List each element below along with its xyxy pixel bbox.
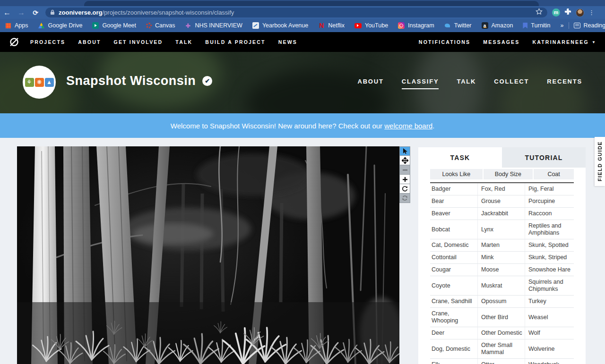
animal-option[interactable]: Fox, Red xyxy=(477,183,525,195)
forward-button[interactable]: → xyxy=(14,8,28,17)
browser-toolbar: ← → ⟳ zooniverse.org/projects/zooniverse… xyxy=(0,6,605,19)
youtube-icon xyxy=(354,23,362,28)
project-avatar[interactable]: ⚘ ❋ ▲ xyxy=(23,66,56,99)
animal-option[interactable]: Deer xyxy=(430,327,477,339)
bookmark-twitter[interactable]: Twitter xyxy=(444,22,472,29)
animal-option[interactable]: Dog, Domestic xyxy=(430,339,477,358)
animal-option[interactable]: Wolf xyxy=(525,327,574,339)
animal-option[interactable]: Opossum xyxy=(477,296,525,307)
animal-option[interactable]: Otter xyxy=(477,359,525,364)
rotate-tool-button[interactable] xyxy=(399,184,410,194)
animal-option[interactable]: Muskrat xyxy=(477,276,525,295)
project-tab-talk[interactable]: TALK xyxy=(457,78,476,89)
animal-option[interactable]: Reptiles and Amphibians xyxy=(525,220,574,239)
animal-option[interactable]: Porcupine xyxy=(525,195,574,207)
extensions-puzzle-icon[interactable] xyxy=(564,8,571,17)
nav-link-news[interactable]: NEWS xyxy=(278,39,297,45)
table-row: CottontailMinkSkunk, Striped xyxy=(430,252,574,264)
animal-option[interactable]: Weasel xyxy=(525,308,574,327)
animal-option[interactable]: Jackrabbit xyxy=(477,208,525,220)
animal-option[interactable]: Other Domestic xyxy=(477,327,525,339)
animal-option[interactable]: Pig, Feral xyxy=(525,183,574,195)
filter-body-size[interactable]: Body Size xyxy=(484,169,533,179)
bookmark-yearbook[interactable]: Yearbook Avenue xyxy=(252,22,308,29)
animal-option[interactable]: Crane, Sandhill xyxy=(430,296,477,307)
bookmark-netflix[interactable]: Netflix xyxy=(318,22,345,29)
nav-link-projects[interactable]: PROJECTS xyxy=(30,39,65,45)
url-bar[interactable]: zooniverse.org/projects/zooniverse/snaps… xyxy=(45,8,547,17)
project-tab-recents[interactable]: RECENTS xyxy=(547,78,582,89)
animal-option[interactable]: Snowshoe Hare xyxy=(525,264,574,276)
animal-option[interactable]: Mink xyxy=(477,252,525,263)
animal-option[interactable]: Skunk, Spotted xyxy=(525,239,574,251)
reset-view-button[interactable] xyxy=(399,194,410,203)
nav-link-talk[interactable]: TALK xyxy=(175,39,192,45)
bookmark-youtube[interactable]: YouTube xyxy=(354,22,388,29)
zooniverse-logo-icon[interactable] xyxy=(9,36,20,48)
bookmark-turnitin[interactable]: Turnitin xyxy=(523,22,550,29)
animal-option[interactable]: Moose xyxy=(477,264,525,276)
welcome-board-link[interactable]: welcome board xyxy=(384,122,432,130)
bookmark-apps[interactable]: Apps xyxy=(5,22,28,29)
reload-button[interactable]: ⟳ xyxy=(28,9,43,17)
profile-avatar[interactable] xyxy=(576,8,584,17)
animal-option[interactable]: Badger xyxy=(430,183,477,195)
bookmark-canvas[interactable]: Canvas xyxy=(146,22,175,29)
annotate-tool-button[interactable] xyxy=(399,146,410,156)
zoom-in-button[interactable] xyxy=(399,175,410,184)
animal-option[interactable]: Coyote xyxy=(430,276,477,295)
animal-option[interactable]: Turkey xyxy=(525,296,574,307)
back-button[interactable]: ← xyxy=(0,8,14,17)
animal-option[interactable]: Wolverine xyxy=(525,339,574,358)
bookmark-star-icon[interactable] xyxy=(536,8,543,17)
apps-icon xyxy=(5,22,11,29)
extension-m-icon[interactable]: m xyxy=(552,8,560,17)
animal-option[interactable]: Cougar xyxy=(430,264,477,276)
nav-link-notifications[interactable]: NOTIFICATIONS xyxy=(419,39,470,45)
animal-option[interactable]: Bear xyxy=(430,195,477,207)
filter-coat[interactable]: Coat xyxy=(534,169,574,179)
filter-looks-like[interactable]: Looks Like xyxy=(430,169,483,179)
drive-icon xyxy=(38,22,45,29)
tab-tutorial[interactable]: TUTORIAL xyxy=(502,147,586,168)
animal-option[interactable]: Crane, Whooping xyxy=(430,308,477,327)
nav-link-build-a-project[interactable]: BUILD A PROJECT xyxy=(205,39,265,45)
animal-option[interactable]: Squirrels and Chipmunks xyxy=(525,276,574,295)
project-tab-about[interactable]: ABOUT xyxy=(357,78,383,89)
bookmark-instagram[interactable]: Instagram xyxy=(398,22,434,29)
subject-image[interactable] xyxy=(17,146,399,364)
animal-option[interactable]: Other Bird xyxy=(477,308,525,327)
chrome-menu-icon[interactable]: ⋮ xyxy=(588,10,595,15)
project-tab-collect[interactable]: COLLECT xyxy=(494,78,529,89)
animal-option[interactable]: Marten xyxy=(477,239,525,251)
animal-option[interactable]: Skunk, Striped xyxy=(525,252,574,263)
animal-option[interactable]: Cat, Domestic xyxy=(430,239,477,251)
bookmark-drive[interactable]: Google Drive xyxy=(38,22,83,29)
tab-task[interactable]: TASK xyxy=(418,147,502,168)
nav-link-messages[interactable]: MESSAGES xyxy=(483,39,519,45)
animal-option[interactable]: Bobcat xyxy=(430,220,477,239)
bookmark-meet[interactable]: Google Meet xyxy=(92,22,136,29)
move-tool-button[interactable] xyxy=(399,156,410,165)
filter-buttons: Looks LikeBody SizeCoat xyxy=(430,169,574,179)
bookmark-innerview[interactable]: NHS INNERVIEW xyxy=(185,22,242,29)
reading-list-button[interactable]: Reading List xyxy=(574,22,605,29)
project-tab-classify[interactable]: CLASSIFY xyxy=(402,78,439,89)
animal-option[interactable]: Lynx xyxy=(477,220,525,239)
bookmark-amazon[interactable]: Amazon xyxy=(482,22,513,29)
nav-link-get-involved[interactable]: GET INVOLVED xyxy=(114,39,163,45)
animal-option[interactable]: Other Small Mammal xyxy=(477,339,525,358)
animal-option[interactable]: Grouse xyxy=(477,195,525,207)
animal-option[interactable]: Elk xyxy=(430,359,477,364)
field-guide-tab[interactable]: FIELD GUIDE xyxy=(595,137,605,186)
bookmarks-overflow-chevron[interactable]: » xyxy=(561,22,564,29)
animal-option[interactable]: Cottontail xyxy=(430,252,477,263)
browser-active-tab[interactable] xyxy=(84,1,539,6)
zoom-out-button[interactable] xyxy=(399,165,410,175)
table-row: BearGrousePorcupine xyxy=(430,195,574,208)
animal-option[interactable]: Beaver xyxy=(430,208,477,220)
animal-option[interactable]: Raccoon xyxy=(525,208,574,220)
user-menu[interactable]: KATRINARENEEG ▼ xyxy=(532,39,596,45)
nav-link-about[interactable]: ABOUT xyxy=(78,39,101,45)
animal-option[interactable]: Woodchuck xyxy=(525,359,574,364)
